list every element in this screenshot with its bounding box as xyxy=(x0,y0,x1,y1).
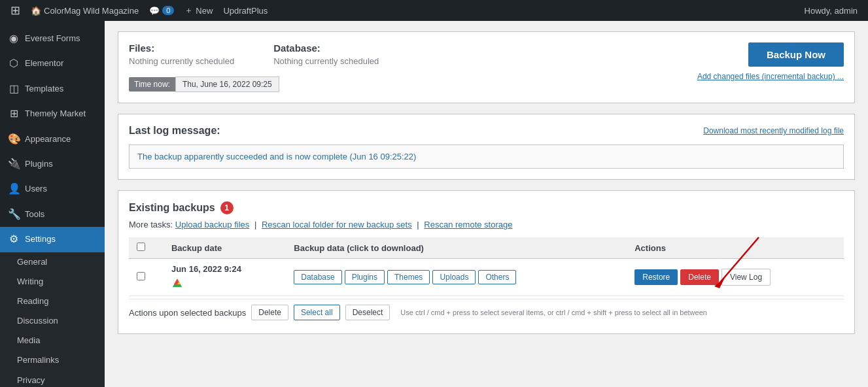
backup-date: Jun 16, 2022 9:24 xyxy=(171,264,278,274)
themes-download-button[interactable]: Themes xyxy=(387,270,430,284)
tools-icon: 🔧 xyxy=(8,207,20,222)
new-label: New xyxy=(196,6,213,16)
updraftplus-label: UpdraftPlus xyxy=(223,6,268,16)
site-name: ColorMag Wild Magazine xyxy=(44,6,139,16)
updraftplus-link[interactable]: UpdraftPlus xyxy=(218,0,273,21)
log-section: Last log message: Download most recently… xyxy=(118,114,855,180)
sidebar-item-everest-forms[interactable]: ◉ Everest Forms xyxy=(0,26,105,51)
settings-submenu: General Writing Reading Discussion Media… xyxy=(0,252,105,387)
view-log-button[interactable]: View Log xyxy=(721,269,771,286)
submenu-media[interactable]: Media xyxy=(0,331,105,350)
sidebar-label-appearance: Appearance xyxy=(25,133,71,145)
sidebar-label-users: Users xyxy=(25,183,47,195)
everest-forms-icon: ◉ xyxy=(8,31,20,46)
site-home-icon: 🏠 xyxy=(31,6,41,16)
separator2: | xyxy=(417,220,421,229)
log-message: The backup apparently succeeded and is n… xyxy=(137,152,416,161)
elementor-icon: ⬡ xyxy=(8,56,20,71)
sidebar-item-templates[interactable]: ◫ Templates xyxy=(0,76,105,101)
google-drive-icon xyxy=(171,277,183,288)
sidebar-label-tools: Tools xyxy=(25,209,44,220)
users-icon: 👤 xyxy=(8,182,20,196)
more-tasks-row: More tasks: Upload backup files | Rescan… xyxy=(129,220,844,229)
howdy-menu[interactable]: Howdy, admin xyxy=(799,0,863,21)
backup-data-cell: Database Plugins Themes Uploads Others xyxy=(286,259,627,296)
row-checkbox[interactable] xyxy=(137,272,145,280)
plugins-icon: 🔌 xyxy=(8,157,20,171)
time-now-value: Thu, June 16, 2022 09:25 xyxy=(175,76,279,92)
main-layout: ◉ Everest Forms ⬡ Elementor ◫ Templates … xyxy=(0,21,868,387)
submenu-general[interactable]: General xyxy=(0,252,105,272)
submenu-reading[interactable]: Reading xyxy=(0,292,105,311)
database-schedule: Database: Nothing currently scheduled xyxy=(273,42,379,66)
sidebar-label-elementor: Elementor xyxy=(25,58,63,69)
site-link[interactable]: 🏠 ColorMag Wild Magazine xyxy=(26,0,144,21)
sidebar-item-settings[interactable]: ⚙ Settings xyxy=(0,227,105,252)
sidebar-label-plugins: Plugins xyxy=(25,158,53,170)
database-status: Nothing currently scheduled xyxy=(273,56,379,66)
uploads-download-button[interactable]: Uploads xyxy=(432,270,476,284)
rescan-local-link[interactable]: Rescan local folder for new backup sets xyxy=(262,220,412,229)
sidebar-item-plugins[interactable]: 🔌 Plugins xyxy=(0,152,105,177)
backup-schedule-left: Files: Nothing currently scheduled Datab… xyxy=(129,42,379,92)
deselect-button[interactable]: Deselect xyxy=(345,305,391,320)
submenu-writing[interactable]: Writing xyxy=(0,272,105,292)
submenu-discussion[interactable]: Discussion xyxy=(0,311,105,331)
settings-icon: ⚙ xyxy=(8,232,20,246)
log-download-link[interactable]: Download most recently modified log file xyxy=(703,126,844,135)
backups-badge: 1 xyxy=(220,201,234,214)
time-now-row: Time now: Thu, June 16, 2022 09:25 xyxy=(129,76,379,92)
backup-schedule-info: Files: Nothing currently scheduled Datab… xyxy=(129,42,379,66)
others-download-button[interactable]: Others xyxy=(478,270,516,284)
submenu-privacy-label: Privacy xyxy=(17,375,45,386)
log-title: Last log message: xyxy=(129,125,220,137)
backup-right: Backup Now Add changed files (incrementa… xyxy=(697,42,844,81)
wp-icon: ⊞ xyxy=(10,3,20,18)
sidebar-item-users[interactable]: 👤 Users xyxy=(0,177,105,201)
files-status: Nothing currently scheduled xyxy=(129,56,234,66)
col-header-backup-date: Backup date xyxy=(164,237,286,259)
sidebar: ◉ Everest Forms ⬡ Elementor ◫ Templates … xyxy=(0,21,105,387)
log-timestamp: (Jun 16 09:25:22) xyxy=(349,152,416,161)
bulk-delete-button[interactable]: Delete xyxy=(251,305,288,320)
plus-icon: ＋ xyxy=(184,5,193,16)
database-download-button[interactable]: Database xyxy=(294,270,341,284)
sidebar-label-settings: Settings xyxy=(25,233,56,245)
backups-table-container: Backup date Backup data (click to downlo… xyxy=(129,237,844,323)
plugins-download-button[interactable]: Plugins xyxy=(345,270,385,284)
howdy-label: Howdy, admin xyxy=(805,6,858,16)
backups-title: Existing backups xyxy=(129,202,215,214)
files-schedule: Files: Nothing currently scheduled xyxy=(129,42,234,66)
sidebar-item-appearance[interactable]: 🎨 Appearance xyxy=(0,127,105,152)
sidebar-item-themely-market[interactable]: ⊞ Themely Market xyxy=(0,101,105,126)
submenu-permalinks[interactable]: Permalinks xyxy=(0,350,105,370)
more-tasks-label: More tasks: xyxy=(129,220,173,229)
comment-icon: 💬 xyxy=(149,6,160,16)
backup-now-button[interactable]: Backup Now xyxy=(748,42,844,67)
hint-text: Use ctrl / cmd + press to select several… xyxy=(400,309,707,316)
time-now-label: Time now: xyxy=(129,77,175,92)
actions-cell: Restore Delete View Log xyxy=(627,259,844,296)
comments-link[interactable]: 💬 0 xyxy=(144,0,179,21)
submenu-privacy[interactable]: Privacy xyxy=(0,371,105,387)
restore-button[interactable]: Restore xyxy=(634,269,678,285)
sidebar-item-elementor[interactable]: ⬡ Elementor xyxy=(0,51,105,76)
sidebar-item-tools[interactable]: 🔧 Tools xyxy=(0,202,105,227)
col-header-checkbox xyxy=(129,237,164,259)
files-label: Files: xyxy=(129,42,234,54)
backup-date-cell: Jun 16, 2022 9:24 xyxy=(164,259,286,296)
upload-backup-link[interactable]: Upload backup files xyxy=(175,220,249,229)
separator1: | xyxy=(254,220,259,229)
new-content-button[interactable]: ＋ New xyxy=(179,0,218,21)
existing-backups-section: Existing backups 1 More tasks: Upload ba… xyxy=(118,190,855,334)
select-all-button[interactable]: Select all xyxy=(294,305,340,320)
delete-button[interactable]: Delete xyxy=(680,269,719,285)
action-buttons-group: Restore Delete View Log xyxy=(634,269,836,286)
submenu-discussion-label: Discussion xyxy=(17,315,58,327)
bottom-actions-bar: Actions upon selected backups Delete Sel… xyxy=(129,299,844,323)
rescan-remote-link[interactable]: Rescan remote storage xyxy=(424,220,512,229)
select-all-checkbox[interactable] xyxy=(137,243,145,251)
wp-logo[interactable]: ⊞ xyxy=(5,0,26,21)
backup-schedule-card: Files: Nothing currently scheduled Datab… xyxy=(118,31,855,103)
incremental-backup-link[interactable]: Add changed files (incremental backup) .… xyxy=(697,72,844,81)
